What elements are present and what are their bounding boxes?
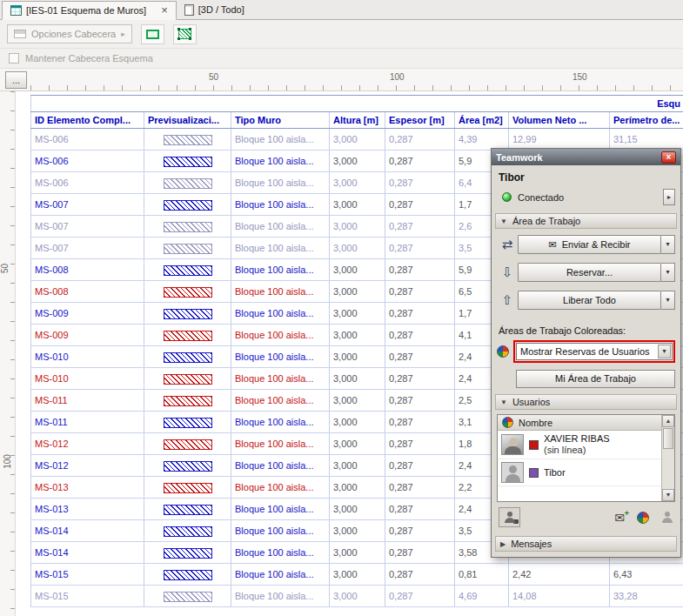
cell-tipo[interactable]: Bloque 100 aisla...: [231, 346, 330, 368]
cell-altura[interactable]: 3,000: [330, 346, 385, 368]
table-row[interactable]: MS-015Bloque 100 aisla...3,0000,2874,691…: [31, 586, 683, 607]
cell-id[interactable]: MS-008: [31, 259, 144, 281]
cell-altura[interactable]: 3,000: [330, 259, 385, 281]
cell-id[interactable]: MS-006: [31, 129, 144, 151]
table-row[interactable]: MS-015Bloque 100 aisla...3,0000,2870,812…: [31, 564, 683, 586]
cell-altura[interactable]: 3,000: [330, 216, 385, 238]
cell-altura[interactable]: 3,000: [330, 194, 385, 216]
cell-tipo[interactable]: Bloque 100 aisla...: [231, 325, 330, 346]
cell-tipo[interactable]: Bloque 100 aisla...: [231, 499, 330, 520]
cell-espesor[interactable]: 0,287: [385, 586, 455, 607]
cell-espesor[interactable]: 0,287: [385, 499, 455, 520]
cell-id[interactable]: MS-013: [31, 499, 144, 520]
reservar-dropdown-button[interactable]: ▾: [661, 263, 675, 282]
cell-id[interactable]: MS-007: [31, 216, 144, 238]
status-expand-button[interactable]: ▸: [663, 189, 675, 205]
cell-tipo[interactable]: Bloque 100 aisla...: [231, 412, 330, 433]
cell-id[interactable]: MS-010: [31, 368, 144, 390]
cell-id[interactable]: MS-011: [31, 412, 144, 433]
cell-tipo[interactable]: Bloque 100 aisla...: [231, 368, 330, 390]
scroll-up-icon[interactable]: ▲: [662, 415, 674, 427]
cell-espesor[interactable]: 0,287: [385, 238, 455, 259]
cell-tipo[interactable]: Bloque 100 aisla...: [231, 129, 330, 151]
new-message-icon[interactable]: ✉+: [614, 512, 625, 524]
mi-area-de-trabajo-button[interactable]: Mi Área de Trabajo: [516, 370, 675, 388]
cell-espesor[interactable]: 0,287: [385, 477, 455, 499]
col-header-perimetro[interactable]: Perímetro de...: [610, 112, 683, 129]
cell-espesor[interactable]: 0,287: [385, 346, 455, 368]
cell-tipo[interactable]: Bloque 100 aisla...: [231, 281, 330, 303]
cell-volumen[interactable]: 12,99: [509, 129, 610, 151]
cell-tipo[interactable]: Bloque 100 aisla...: [231, 216, 330, 238]
mantener-cabecera-checkbox[interactable]: [9, 53, 19, 64]
cell-tipo[interactable]: Bloque 100 aisla...: [231, 259, 330, 281]
cell-previz[interactable]: [144, 564, 231, 586]
cell-previz[interactable]: [144, 520, 231, 542]
cell-altura[interactable]: 3,000: [330, 325, 385, 346]
teamwork-titlebar[interactable]: Teamwork ×: [492, 149, 680, 165]
cell-previz[interactable]: [144, 303, 231, 325]
user-row[interactable]: Tibor: [498, 459, 661, 486]
cell-area[interactable]: 4,69: [455, 586, 509, 607]
cell-id[interactable]: MS-012: [31, 455, 144, 477]
section-area-de-trabajo[interactable]: ▼ Área de Trabajo: [495, 213, 677, 229]
cell-altura[interactable]: 3,000: [330, 542, 385, 564]
cell-tipo[interactable]: Bloque 100 aisla...: [231, 477, 330, 499]
cell-altura[interactable]: 3,000: [330, 303, 385, 325]
col-header-tipo[interactable]: Tipo Muro: [231, 112, 330, 129]
cell-previz[interactable]: [144, 542, 231, 564]
cell-altura[interactable]: 3,000: [330, 412, 385, 433]
tab-close-icon[interactable]: ×: [161, 6, 168, 15]
cell-perimetro[interactable]: 6,43: [610, 564, 683, 586]
cell-previz[interactable]: [144, 129, 231, 151]
cell-espesor[interactable]: 0,287: [385, 390, 455, 412]
cell-volumen[interactable]: 2,42: [509, 564, 610, 586]
cell-espesor[interactable]: 0,287: [385, 129, 455, 151]
cell-espesor[interactable]: 0,287: [385, 542, 455, 564]
liberar-dropdown-button[interactable]: ▾: [661, 291, 675, 310]
cell-tipo[interactable]: Bloque 100 aisla...: [231, 433, 330, 455]
cell-previz[interactable]: [144, 368, 231, 390]
cell-previz[interactable]: [144, 216, 231, 238]
select-hatch-button[interactable]: [173, 24, 197, 44]
cell-previz[interactable]: [144, 238, 231, 259]
cell-espesor[interactable]: 0,287: [385, 194, 455, 216]
cell-altura[interactable]: 3,000: [330, 499, 385, 520]
cell-tipo[interactable]: Bloque 100 aisla...: [231, 586, 330, 607]
cell-id[interactable]: MS-011: [31, 390, 144, 412]
col-header-altura[interactable]: Altura [m]: [330, 112, 385, 129]
opciones-cabecera-button[interactable]: Opciones Cabecera ▸: [7, 24, 132, 44]
cell-previz[interactable]: [144, 499, 231, 520]
cell-espesor[interactable]: 0,287: [385, 412, 455, 433]
cell-id[interactable]: MS-013: [31, 477, 144, 499]
cell-espesor[interactable]: 0,287: [385, 564, 455, 586]
cell-espesor[interactable]: 0,287: [385, 151, 455, 172]
col-header-id[interactable]: ID Elemento Compl...: [31, 112, 144, 129]
cell-previz[interactable]: [144, 346, 231, 368]
section-mensajes[interactable]: ▶ Mensajes: [495, 536, 677, 552]
cell-previz[interactable]: [144, 455, 231, 477]
cell-altura[interactable]: 3,000: [330, 520, 385, 542]
cell-id[interactable]: MS-006: [31, 151, 144, 172]
cell-altura[interactable]: 3,000: [330, 564, 385, 586]
cell-espesor[interactable]: 0,287: [385, 216, 455, 238]
cell-tipo[interactable]: Bloque 100 aisla...: [231, 542, 330, 564]
ruler-corner-button[interactable]: ...: [5, 71, 27, 89]
cell-tipo[interactable]: Bloque 100 aisla...: [231, 455, 330, 477]
cell-altura[interactable]: 3,000: [330, 281, 385, 303]
table-row[interactable]: MS-006Bloque 100 aisla...3,0000,2874,391…: [31, 129, 683, 151]
cell-id[interactable]: MS-015: [31, 586, 144, 607]
cell-previz[interactable]: [144, 390, 231, 412]
cell-volumen[interactable]: 14,08: [509, 586, 610, 607]
tab-esquema-muros[interactable]: [IES-01 Esquema de Muros] ×: [2, 1, 177, 20]
cell-espesor[interactable]: 0,287: [385, 281, 455, 303]
cell-altura[interactable]: 3,000: [330, 368, 385, 390]
enviar-recibir-button[interactable]: ✉ Enviar & Recibir: [518, 235, 661, 254]
cell-area[interactable]: 4,39: [455, 129, 509, 151]
cell-espesor[interactable]: 0,287: [385, 520, 455, 542]
cell-id[interactable]: MS-014: [31, 542, 144, 564]
liberar-todo-button[interactable]: Liberar Todo: [518, 291, 661, 310]
person-icon[interactable]: [661, 512, 673, 523]
cell-tipo[interactable]: Bloque 100 aisla...: [231, 151, 330, 172]
cell-altura[interactable]: 3,000: [330, 390, 385, 412]
